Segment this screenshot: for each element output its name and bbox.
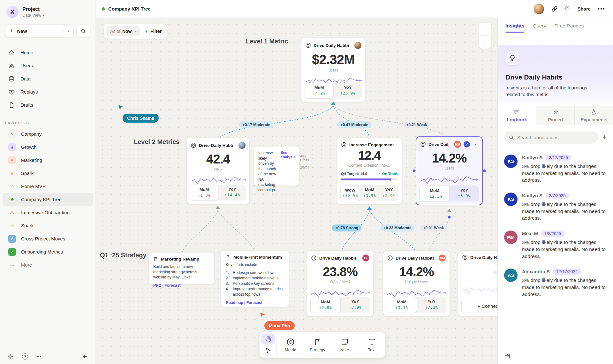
settings-gear-icon[interactable] (8, 353, 14, 360)
user-avatar[interactable] (534, 4, 544, 14)
annotation-date[interactable]: 2/7/2025 (546, 193, 569, 199)
topbar: ♣ Company KPI Tree ♡ Share ••• (96, 0, 613, 18)
stat-mom[interactable]: MoM↑4.8% (305, 83, 334, 99)
stat-yoy[interactable]: YoY↑3.9% (379, 185, 398, 201)
sidebar-item-replays[interactable]: Replays (0, 85, 95, 98)
strategy-note-marketing-revamp[interactable]: Marketing Revamp Build and launch a new … (148, 252, 215, 284)
sidebar-item-cross-project-moves[interactable]: ↱ Cross Project Moves (3, 232, 93, 245)
copy-link-icon[interactable] (551, 6, 558, 12)
stat-mom[interactable]: MoM↑3.9% (360, 185, 379, 201)
select-tool-button[interactable] (261, 345, 275, 356)
correlation-label[interactable]: +0.78 Strong (332, 224, 361, 231)
note-links[interactable]: PRD | Forecast (153, 283, 210, 288)
annotation-entry[interactable]: AS Alexandra S 12/17/2024 3% drop likely… (504, 269, 607, 298)
hand-tool-button[interactable] (261, 334, 275, 345)
correlation-label[interactable]: +0.17 Moderate (239, 121, 273, 128)
note-tool-button[interactable]: Note (331, 332, 358, 358)
stat-yoy[interactable]: YoY↑3.9% (450, 186, 479, 201)
metric-card-drive-daily-habbits-dau[interactable]: Drive Daily Habbits LT 23.8% DAU / MAU M… (307, 250, 374, 316)
sidebar-item-more[interactable]: ••• More (3, 258, 93, 271)
project-view[interactable]: Data View▾ (22, 13, 44, 18)
stat-mom[interactable]: MoM↓1.3% (190, 185, 218, 201)
favorite-heart-icon[interactable]: ♡ (565, 5, 571, 13)
stat-yoy[interactable]: YoY↑23.9% (334, 83, 362, 99)
sidebar-item-company-kpi-tree[interactable]: ♣ Company KPI Tree (3, 193, 93, 206)
search-button[interactable] (76, 24, 90, 38)
sidebar-item-home-mvp[interactable]: ⌂ Home MVP (3, 180, 93, 193)
add-annotation-button[interactable]: + (602, 133, 607, 141)
stat-mom[interactable]: MoM↑12.3% (420, 186, 450, 201)
stat-yoy[interactable]: YoY↑7.1% (417, 297, 447, 313)
sidebar-item-data[interactable]: Data (0, 72, 95, 85)
see-analysis-link[interactable]: See analysis (280, 150, 295, 182)
canvas-annotation-note[interactable]: Increase likely driven by the launch of … (254, 147, 299, 186)
search-icon (80, 28, 86, 34)
annotation-entry[interactable]: KS Kaitlyn S 2/7/2025 3% drop likely due… (504, 193, 607, 222)
target-progress-bar (341, 178, 398, 180)
search-annotations-input[interactable] (517, 135, 594, 140)
metric-tool-button[interactable]: Metric (277, 332, 304, 358)
annotation-entry[interactable]: MM Mike M 1/5/2025 3% drop likely due to… (504, 231, 607, 260)
as-of-dropdown[interactable]: As of Now ▾ (106, 26, 140, 36)
note-links[interactable]: Roadmap | Forecast (226, 300, 284, 305)
correlation-label[interactable]: +0.33 Moderate (380, 224, 414, 231)
metric-card-drive-daily-habbits-unique[interactable]: Drive Daily Habbits MM 14.2% Unique User… (383, 250, 450, 316)
project-switcher[interactable]: X Project Data View▾ (0, 0, 95, 21)
text-tool-button[interactable]: Text (358, 332, 385, 358)
correlation-label[interactable]: +0.21 Weak (403, 121, 430, 128)
metric-card-drive-daily-habbits-l1[interactable]: Drive Daily Habbits $2.32M users MoM↑4.8… (301, 38, 366, 102)
stat-mom[interactable]: MoM↑2.6% (310, 297, 341, 313)
sidebar-item-spark[interactable]: ★ Spark (3, 167, 93, 180)
zoom-out-button[interactable]: − (479, 36, 491, 49)
more-options-icon[interactable]: ••• (36, 354, 42, 359)
strategy-tool-button[interactable]: Strategy (304, 332, 331, 358)
more-menu-icon[interactable]: ••• (598, 6, 605, 12)
sidebar-item-users[interactable]: Users (0, 59, 95, 72)
metric-card-unconnected[interactable]: Drive Daily Hab + Connect (458, 250, 497, 316)
sidebar-item-spark-2[interactable]: ✧ Spark (3, 219, 93, 232)
annotation-search[interactable] (504, 131, 598, 144)
add-filter-button[interactable]: + Filter (145, 28, 162, 34)
tab-insights[interactable]: Insights (505, 23, 524, 33)
strategy-note-mobile-first-momentum[interactable]: Mobile-First Momentum Key efforts includ… (221, 250, 289, 307)
annotation-date[interactable]: 12/17/2024 (553, 269, 581, 275)
new-button[interactable]: + New ▾ (5, 24, 74, 38)
annotation-date[interactable]: 1/5/2025 (541, 231, 564, 237)
sidebar-item-onboarding-metrics[interactable]: ✓ Onboarding Metrics (3, 245, 93, 258)
annotation-entry[interactable]: KS Kaitlyn S 3/17/2025 3% drop likely du… (504, 155, 607, 184)
card-menu-icon[interactable]: ⋮ (473, 142, 478, 147)
tab-time-ranges[interactable]: Time Ranges (555, 23, 584, 33)
sidebar-item-home[interactable]: Home (0, 46, 95, 59)
sidebar-item-company[interactable]: ⚡ Company (3, 127, 93, 140)
new-dropdown-chevron-icon[interactable]: ▾ (63, 29, 69, 33)
subtab-pinned[interactable]: Pinned (536, 106, 575, 125)
help-icon[interactable]: ? (22, 353, 28, 360)
stat-yoy[interactable]: YoY↑3.9% (341, 297, 370, 313)
subtab-logbook[interactable]: Logbook (498, 106, 536, 125)
metric-card-selected[interactable]: Drive Daily Habb.. MM ✓ ⋮ 14.2% users Mo… (416, 136, 483, 205)
connect-button[interactable]: + Connect (461, 299, 497, 313)
sidebar-item-immersive-onboarding[interactable]: ♨ Immersive Onboarding (3, 206, 93, 219)
correlation-label[interactable]: +0.01 Weak (420, 224, 447, 231)
metric-card-drive-daily-habbits-nps[interactable]: Drive Daily Habbits 42.4 NPS MoM↓1.3% Yo… (186, 138, 250, 204)
stat-mom[interactable]: MoM↑3.1% (387, 297, 417, 313)
collapse-sidebar-icon[interactable] (82, 353, 88, 360)
metric-stats: MoM↑12.3% YoY↑3.9% (420, 186, 479, 201)
sidebar-item-growth[interactable]: ▲ Growth (3, 140, 93, 154)
annotation-body: 3% drop likely due to the changes made t… (522, 163, 608, 184)
share-button[interactable]: Share (577, 6, 591, 11)
tab-query[interactable]: Query (533, 23, 546, 33)
metric-card-increase-engagement[interactable]: Increase Engagement 12.4 Content Creatio… (337, 138, 402, 205)
kpi-tree-canvas[interactable]: +0.17 Moderate +0.41 Moderate +0.21 Weak… (96, 18, 497, 364)
collapse-panel-icon[interactable] (504, 353, 511, 359)
correlation-label[interactable]: +0.41 Moderate (337, 121, 371, 128)
stat-yoy[interactable]: YoY↑14.4% (218, 185, 246, 201)
sidebar-item-drafts[interactable]: Drafts (0, 98, 95, 111)
sidebar-item-marketing[interactable]: ✶ Marketing (3, 154, 93, 167)
subtab-experiments[interactable]: Experiments (574, 106, 613, 125)
plus-icon: + (145, 28, 148, 34)
zoom-in-button[interactable]: + (479, 23, 491, 35)
annotation-date[interactable]: 3/17/2025 (546, 155, 571, 161)
flag-icon (153, 256, 158, 262)
stat-wow[interactable]: WoW↑12.3% (340, 185, 360, 201)
